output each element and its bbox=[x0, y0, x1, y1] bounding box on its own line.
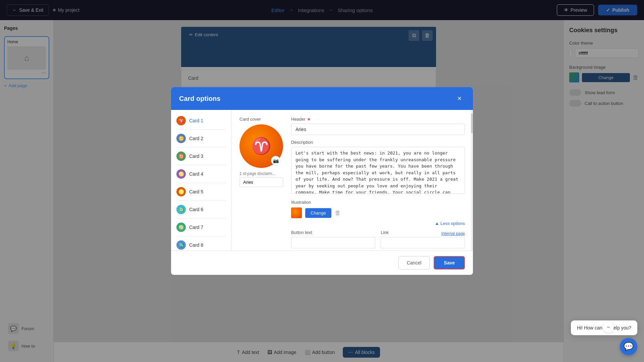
cover-left: Card cover ♈ 📷 1 st-page disclaim... bbox=[239, 117, 283, 248]
nav-divider-5 bbox=[176, 200, 226, 201]
modal-header: Card options × bbox=[171, 87, 473, 110]
nav-divider-7 bbox=[176, 236, 226, 236]
nav-divider-4 bbox=[176, 183, 226, 183]
nav-divider-1 bbox=[176, 129, 226, 130]
card-options-modal: Card options × ♈ Card 1 ♊ Card 2 ♉ Card … bbox=[171, 87, 473, 275]
card-5-label: Card 5 bbox=[189, 189, 203, 194]
card-1-avatar: ♈ bbox=[176, 116, 186, 125]
cover-image-wrapper: ♈ 📷 bbox=[239, 124, 283, 168]
card-cover-section: Card cover ♈ 📷 1 st-page disclaim... bbox=[239, 117, 465, 248]
nav-divider-6 bbox=[176, 218, 226, 219]
less-options-row: ▲ Less options bbox=[291, 221, 465, 226]
nav-divider-2 bbox=[176, 147, 226, 147]
header-label: Header ★ bbox=[291, 117, 465, 122]
modal-scrollbar[interactable] bbox=[471, 110, 473, 250]
card-7-avatar: ♍ bbox=[176, 223, 186, 232]
chat-fab-button[interactable]: 💬 bbox=[620, 338, 637, 355]
illustration-row: Change 🗑 bbox=[291, 207, 465, 218]
aries-symbol: ♈ bbox=[251, 137, 271, 156]
modal-body: ♈ Card 1 ♊ Card 2 ♉ Card 3 ♋ Card 4 bbox=[171, 110, 473, 250]
modal-nav-card-1[interactable]: ♈ Card 1 bbox=[171, 113, 231, 129]
card-2-avatar: ♊ bbox=[176, 134, 186, 143]
header-input[interactable] bbox=[291, 124, 465, 135]
modal-footer: Cancel Save bbox=[171, 250, 473, 275]
page-disclaimer-input[interactable] bbox=[239, 177, 283, 187]
card-8-avatar: ♏ bbox=[176, 240, 186, 250]
card-1-label: Card 1 bbox=[189, 118, 203, 123]
link-input[interactable] bbox=[381, 237, 465, 248]
modal-nav-card-2[interactable]: ♊ Card 2 bbox=[171, 130, 231, 146]
save-button[interactable]: Save bbox=[434, 256, 465, 269]
modal-nav-card-3[interactable]: ♉ Card 3 bbox=[171, 148, 231, 164]
less-options-button[interactable]: ▲ Less options bbox=[435, 221, 465, 226]
modal-nav-card-7[interactable]: ♍ Card 7 bbox=[171, 219, 231, 235]
link-header: Link Internal page bbox=[381, 230, 465, 237]
modal-nav-card-4[interactable]: ♋ Card 4 bbox=[171, 166, 231, 182]
header-field-group: Header ★ bbox=[291, 117, 465, 135]
modal-right-content: Card cover ♈ 📷 1 st-page disclaim... bbox=[231, 110, 473, 250]
card-6-label: Card 6 bbox=[189, 207, 203, 212]
delete-illustration-button[interactable]: 🗑 bbox=[335, 209, 341, 217]
card-4-avatar: ♋ bbox=[176, 169, 186, 179]
cover-edit-button[interactable]: 📷 bbox=[271, 156, 280, 165]
card-4-label: Card 4 bbox=[189, 171, 203, 177]
description-label: Description bbox=[291, 140, 465, 145]
change-illustration-button[interactable]: Change bbox=[305, 208, 331, 218]
link-label: Link bbox=[381, 230, 389, 235]
card-7-label: Card 7 bbox=[189, 225, 203, 230]
card-6-avatar: ♎ bbox=[176, 205, 186, 214]
illustration-section: Illustration Change 🗑 ▲ Less options bbox=[291, 200, 465, 226]
required-star: ★ bbox=[307, 117, 311, 122]
link-col: Link Internal page bbox=[381, 230, 465, 248]
modal-nav-card-8[interactable]: ♏ Card 8 bbox=[171, 237, 231, 250]
button-text-input[interactable] bbox=[291, 237, 375, 248]
modal-overlay: Card options × ♈ Card 1 ♊ Card 2 ♉ Card … bbox=[0, 0, 644, 362]
fields-section: Header ★ Description Let's start with th… bbox=[291, 117, 465, 248]
card-3-avatar: ♉ bbox=[176, 152, 186, 161]
modal-nav-card-5[interactable]: ♌ Card 5 bbox=[171, 184, 231, 200]
card-cover-label: Card cover bbox=[239, 117, 283, 122]
illustration-label: Illustration bbox=[291, 200, 465, 205]
card-8-label: Card 8 bbox=[189, 242, 203, 248]
button-link-row: Button text Link Internal page bbox=[291, 230, 465, 248]
modal-scrollbar-thumb bbox=[471, 113, 473, 133]
zoom-minus-button[interactable]: − bbox=[603, 322, 614, 333]
card-2-label: Card 2 bbox=[189, 136, 203, 141]
nav-divider-3 bbox=[176, 165, 226, 165]
internal-page-link[interactable]: Internal page bbox=[441, 231, 465, 236]
modal-nav: ♈ Card 1 ♊ Card 2 ♉ Card 3 ♋ Card 4 bbox=[171, 110, 231, 250]
messenger-icon: 💬 bbox=[624, 342, 634, 351]
button-text-label: Button text bbox=[291, 230, 375, 235]
chevron-up-icon: ▲ bbox=[435, 221, 439, 226]
description-textarea[interactable]: Let's start with the best news: in 2021,… bbox=[291, 147, 465, 194]
illustration-thumbnail bbox=[291, 207, 302, 218]
modal-title: Card options bbox=[179, 95, 220, 103]
modal-close-button[interactable]: × bbox=[454, 93, 465, 104]
cancel-button[interactable]: Cancel bbox=[398, 256, 430, 269]
button-text-col: Button text bbox=[291, 230, 375, 248]
page-disclaimer-label: 1 st-page disclaim... bbox=[239, 171, 283, 176]
description-field-group: Description Let's start with the best ne… bbox=[291, 140, 465, 195]
modal-nav-card-6[interactable]: ♎ Card 6 bbox=[171, 201, 231, 218]
card-3-label: Card 3 bbox=[189, 154, 203, 159]
card-5-avatar: ♌ bbox=[176, 187, 186, 196]
